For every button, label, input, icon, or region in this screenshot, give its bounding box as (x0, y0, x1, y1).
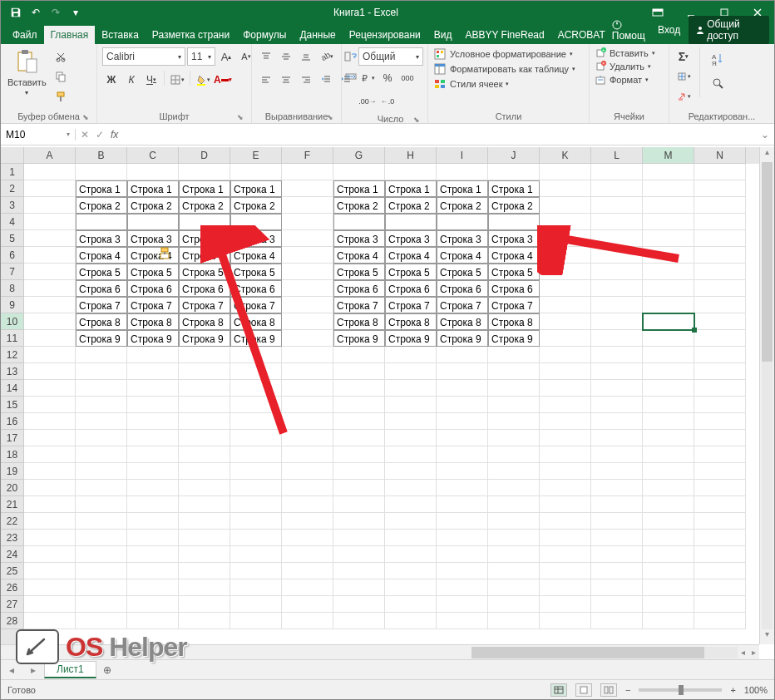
cell-J12[interactable] (488, 347, 540, 363)
cell-A19[interactable] (24, 463, 76, 480)
align-center-icon[interactable] (277, 71, 295, 89)
delete-cells-button[interactable]: ×Удалить▾ (595, 61, 651, 72)
cell-K9[interactable] (540, 297, 591, 313)
cell-N2[interactable] (694, 180, 746, 197)
page-break-view-icon[interactable] (600, 683, 617, 697)
enter-formula-icon[interactable]: ✓ (96, 129, 104, 140)
currency-icon[interactable]: ₽▾ (358, 69, 377, 87)
cell-M13[interactable] (643, 363, 694, 380)
cell-F18[interactable] (282, 446, 333, 463)
cell-N9[interactable] (694, 297, 746, 313)
cell-L18[interactable] (591, 446, 643, 463)
cell-A21[interactable] (24, 496, 76, 513)
cell-N3[interactable] (694, 197, 746, 214)
cell-H5[interactable]: Строка 3 (385, 230, 437, 247)
cell-C1[interactable] (127, 164, 179, 180)
tab-view[interactable]: Вид (427, 26, 459, 44)
cell-B9[interactable]: Строка 7 (76, 297, 127, 313)
cell-A8[interactable] (24, 280, 76, 297)
cell-C2[interactable]: Строка 1 (127, 180, 179, 197)
cell-G12[interactable] (333, 347, 385, 363)
sheet-nav-next-icon[interactable]: ▸ (22, 664, 44, 676)
cell-B22[interactable] (76, 513, 127, 530)
cell-M21[interactable] (643, 496, 694, 513)
cell-L9[interactable] (591, 297, 643, 313)
cell-J6[interactable]: Строка 4 (488, 247, 540, 264)
cell-K26[interactable] (540, 579, 591, 596)
cell-G15[interactable] (333, 397, 385, 413)
find-icon[interactable] (707, 72, 730, 96)
borders-icon[interactable]: ▾ (168, 71, 186, 89)
cell-C23[interactable] (127, 530, 179, 546)
cell-H3[interactable]: Строка 2 (385, 197, 437, 214)
cell-K2[interactable] (540, 180, 591, 197)
row-header-24[interactable]: 24 (1, 546, 24, 563)
number-expand-icon[interactable]: ⬊ (412, 116, 421, 124)
cell-E22[interactable] (230, 513, 282, 530)
insert-cells-button[interactable]: +Вставить▾ (595, 47, 655, 59)
cut-icon[interactable] (52, 47, 70, 66)
col-header-H[interactable]: H (385, 147, 437, 164)
cell-F20[interactable] (282, 480, 333, 496)
cell-D24[interactable] (179, 546, 230, 563)
cell-J13[interactable] (488, 363, 540, 380)
cell-G18[interactable] (333, 446, 385, 463)
cell-B7[interactable]: Строка 5 (76, 264, 127, 280)
row-header-14[interactable]: 14 (1, 380, 24, 397)
cell-K15[interactable] (540, 397, 591, 413)
cell-G13[interactable] (333, 363, 385, 380)
cell-M11[interactable] (643, 330, 694, 347)
cell-G4[interactable] (333, 214, 385, 230)
cell-A25[interactable] (24, 563, 76, 579)
cell-G2[interactable]: Строка 1 (333, 180, 385, 197)
fx-icon[interactable]: fx (111, 129, 118, 140)
cell-B3[interactable]: Строка 2 (76, 197, 127, 214)
conditional-formatting-button[interactable]: Условное форматирование▾ (433, 47, 573, 61)
cell-E23[interactable] (230, 530, 282, 546)
cell-K22[interactable] (540, 513, 591, 530)
row-header-10[interactable]: 10 (1, 313, 24, 330)
expand-formula-bar-icon[interactable]: ⌄ (756, 129, 774, 140)
tab-formulas[interactable]: Формулы (236, 26, 293, 44)
cell-M26[interactable] (643, 579, 694, 596)
cell-C14[interactable] (127, 380, 179, 397)
cell-K28[interactable] (540, 613, 591, 629)
cell-M19[interactable] (643, 463, 694, 480)
clear-icon[interactable]: ▾ (674, 87, 693, 106)
cell-L12[interactable] (591, 347, 643, 363)
row-header-22[interactable]: 22 (1, 513, 24, 530)
redo-icon[interactable]: ↷ (47, 4, 64, 21)
cell-A27[interactable] (24, 596, 76, 613)
cell-H20[interactable] (385, 480, 437, 496)
cell-L14[interactable] (591, 380, 643, 397)
cell-I18[interactable] (437, 446, 488, 463)
cell-H17[interactable] (385, 430, 437, 446)
cell-L1[interactable] (591, 164, 643, 180)
cell-B28[interactable] (76, 613, 127, 629)
col-header-L[interactable]: L (591, 147, 643, 164)
cell-H14[interactable] (385, 380, 437, 397)
col-header-C[interactable]: C (127, 147, 179, 164)
cell-N25[interactable] (694, 563, 746, 579)
cell-I7[interactable]: Строка 5 (437, 264, 488, 280)
decrease-decimal-icon[interactable]: ←.0 (378, 92, 397, 111)
cell-N26[interactable] (694, 579, 746, 596)
cell-H25[interactable] (385, 563, 437, 579)
cell-B11[interactable]: Строка 9 (76, 330, 127, 347)
align-top-icon[interactable] (257, 47, 275, 66)
cell-B17[interactable] (76, 430, 127, 446)
cell-I17[interactable] (437, 430, 488, 446)
cell-G1[interactable] (333, 164, 385, 180)
cell-G11[interactable]: Строка 9 (333, 330, 385, 347)
cell-G21[interactable] (333, 496, 385, 513)
col-header-G[interactable]: G (333, 147, 385, 164)
cell-H21[interactable] (385, 496, 437, 513)
cell-M23[interactable] (643, 530, 694, 546)
cell-M20[interactable] (643, 480, 694, 496)
col-header-K[interactable]: K (540, 147, 591, 164)
cell-F22[interactable] (282, 513, 333, 530)
cell-L19[interactable] (591, 463, 643, 480)
cell-J2[interactable]: Строка 1 (488, 180, 540, 197)
cell-A7[interactable] (24, 264, 76, 280)
cell-I9[interactable]: Строка 7 (437, 297, 488, 313)
